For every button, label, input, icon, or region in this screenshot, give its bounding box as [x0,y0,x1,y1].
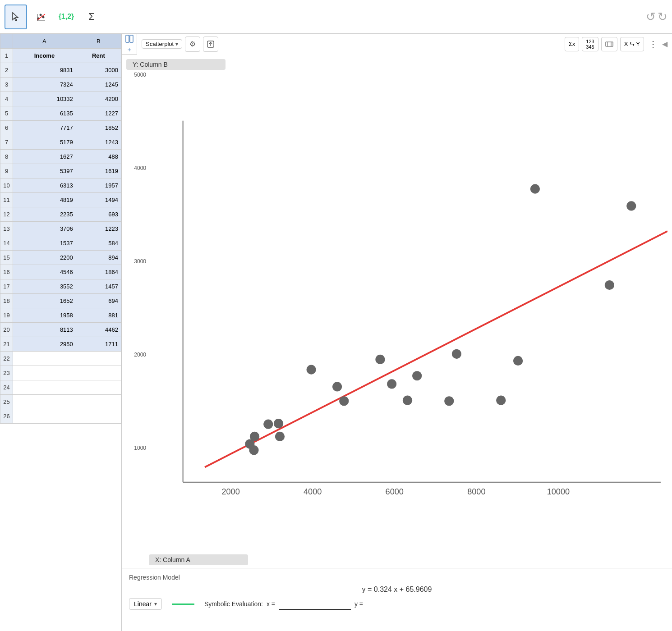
cell-b-empty[interactable] [76,352,121,366]
symbolic-eval-label: Symbolic Evaluation: [204,600,263,608]
svg-text:4000: 4000 [304,487,322,496]
export-button[interactable] [203,37,218,52]
row-num: 13 [0,222,13,236]
x-var-label: x = [267,600,275,608]
table-row-empty: 24 [0,380,121,395]
plot-type-select[interactable]: Scatterplot ▾ [142,39,182,49]
corner-header [0,34,13,49]
swap-xy-button[interactable]: X ⇆ Y [620,37,644,51]
cell-b[interactable]: 1223 [76,222,121,236]
cell-b-empty[interactable] [76,380,121,395]
cell-b[interactable]: 4200 [76,92,121,106]
cursor-tool-button[interactable] [5,5,27,29]
cell-a[interactable]: 2235 [13,207,76,222]
row-num: 20 [0,323,13,337]
cell-b[interactable]: 584 [76,236,121,251]
table-row: 19 1958 881 [0,308,121,323]
data-point [274,419,283,428]
cell-a[interactable]: 10332 [13,92,76,106]
cell-b[interactable]: 693 [76,207,121,222]
more-button[interactable]: ⋮ [647,39,659,50]
symbolic-eval-area: Symbolic Evaluation: x = y = [204,598,363,610]
cell-a[interactable]: 6313 [13,178,76,193]
cell-b[interactable]: 1245 [76,78,121,92]
row-num: 5 [0,106,13,121]
cell-a-empty[interactable] [13,380,76,395]
cell-b[interactable]: 881 [76,308,121,323]
table-button[interactable]: 123345 [582,37,598,51]
table-row: 11 4819 1494 [0,193,121,207]
cell-a[interactable]: 4819 [13,193,76,207]
col-b-header: B [76,34,121,49]
cell-b[interactable]: 3000 [76,63,121,78]
cell-a[interactable]: 5397 [13,164,76,178]
add-row-button[interactable]: + [123,45,136,55]
cell-a-empty[interactable] [13,409,76,424]
data-point [452,349,461,359]
cell-b-empty[interactable] [76,395,121,409]
table-row-empty: 23 [0,366,121,380]
cell-b-empty[interactable] [76,366,121,380]
cell-b[interactable]: 1243 [76,135,121,150]
cell-a[interactable]: 1537 [13,236,76,251]
cell-b[interactable]: 1494 [76,193,121,207]
redo-button[interactable]: ↻ [658,10,667,24]
cell-b[interactable]: 1227 [76,106,121,121]
resize-icon [605,41,613,47]
plot-toolbar-right: Σx 123345 X ⇆ Y ⋮ [565,37,667,51]
cell-a[interactable]: 9831 [13,63,76,78]
col-a-name[interactable]: Income [13,49,76,63]
add-col-button[interactable] [123,34,136,44]
cell-a[interactable]: 2950 [13,337,76,352]
sigma-tool-button[interactable]: Σ [80,5,103,29]
x-axis-label: X: Column A [149,554,248,565]
cell-b[interactable]: 1864 [76,265,121,279]
cell-a-empty[interactable] [13,352,76,366]
undo-button[interactable]: ↺ [646,10,656,24]
table-row: 16 4546 1864 [0,265,121,279]
cell-b-empty[interactable] [76,409,121,424]
cell-a[interactable]: 1627 [13,150,76,164]
resize-button[interactable] [601,37,617,51]
cell-b[interactable]: 1957 [76,178,121,193]
cell-a-empty[interactable] [13,366,76,380]
col-b-name[interactable]: Rent [76,49,121,63]
cell-a[interactable]: 7717 [13,121,76,135]
row-num: 9 [0,164,13,178]
cell-a[interactable]: 4546 [13,265,76,279]
chart-wrap: 5000 4000 3000 2000 1000 2000 4000 [126,72,667,552]
list-tool-button[interactable]: {1,2} [55,5,78,29]
cell-a[interactable]: 2200 [13,251,76,265]
cell-a[interactable]: 5179 [13,135,76,150]
cell-b[interactable]: 694 [76,294,121,308]
cell-a[interactable]: 8113 [13,323,76,337]
table-row: 4 10332 4200 [0,92,121,106]
cell-a[interactable]: 1958 [13,308,76,323]
row-num: 15 [0,251,13,265]
cell-a[interactable]: 6135 [13,106,76,121]
table-row: 18 1652 694 [0,294,121,308]
regression-model-select[interactable]: Linear ▾ [129,598,162,610]
y-axis-label: Y: Column B [126,59,226,70]
row-num: 12 [0,207,13,222]
row-num: 6 [0,121,13,135]
table-row: 14 1537 584 [0,236,121,251]
collapse-button[interactable]: ◀ [662,40,667,48]
x-eval-input[interactable] [279,598,351,610]
cell-b[interactable]: 488 [76,150,121,164]
settings-button[interactable]: ⚙ [185,37,200,52]
cell-b[interactable]: 894 [76,251,121,265]
cell-b[interactable]: 4462 [76,323,121,337]
cell-b[interactable]: 1619 [76,164,121,178]
cell-b[interactable]: 1711 [76,337,121,352]
cell-b[interactable]: 1457 [76,279,121,294]
stat-button[interactable]: Σx [565,37,580,51]
cell-a[interactable]: 1652 [13,294,76,308]
cell-a[interactable]: 3552 [13,279,76,294]
cell-a[interactable]: 7324 [13,78,76,92]
cell-a-empty[interactable] [13,395,76,409]
scatter-tool-button[interactable] [30,5,52,29]
cell-a[interactable]: 3706 [13,222,76,236]
cell-b[interactable]: 1852 [76,121,121,135]
model-type-label: Linear [134,600,152,608]
